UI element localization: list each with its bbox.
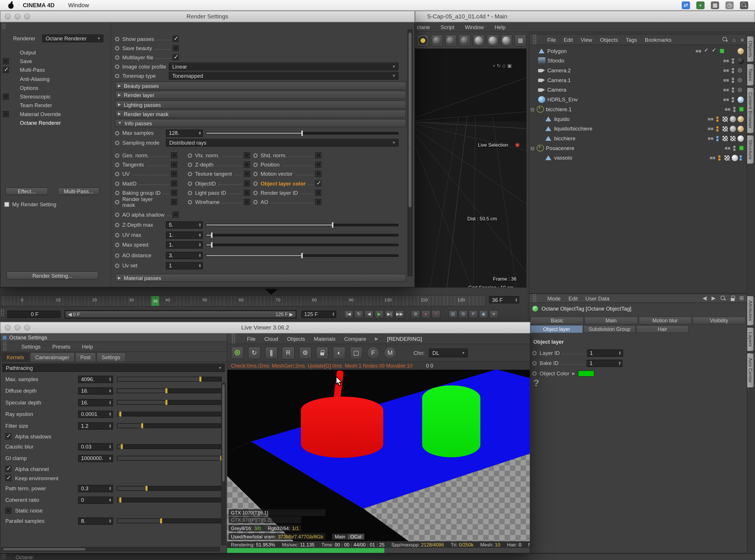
enable-checkbox[interactable] bbox=[3, 67, 8, 73]
group-info-passes[interactable]: ▼Info passes bbox=[115, 119, 406, 127]
sidebar-item-output[interactable]: Output bbox=[1, 48, 110, 57]
max-samples-field[interactable]: 128.▲▼ bbox=[166, 129, 203, 137]
menu-octane[interactable]: ctane bbox=[417, 24, 430, 30]
parallel-samples-slider[interactable] bbox=[117, 519, 222, 523]
panel-grip-icon[interactable] bbox=[2, 342, 7, 352]
hdri-tag-icon[interactable] bbox=[737, 96, 744, 103]
object-row[interactable]: Camera.1 bbox=[529, 75, 747, 85]
keyframe-circle-icon[interactable] bbox=[115, 46, 119, 50]
picture-region-button[interactable]: ▢ bbox=[350, 346, 363, 359]
render-settings-titlebar[interactable]: Render Settings bbox=[0, 11, 415, 22]
specular-depth-field[interactable]: 16.▲▼ bbox=[78, 399, 113, 406]
shd-norm-checkbox[interactable] bbox=[315, 153, 321, 158]
object-label[interactable]: Sfondo bbox=[547, 58, 564, 64]
sidebar-item-material-override[interactable]: Material Override bbox=[1, 110, 110, 118]
collapse-expander-icon[interactable]: ⊟ bbox=[530, 106, 536, 112]
panel-grid-icon[interactable]: ⊞ bbox=[739, 295, 744, 302]
enable-checkbox[interactable] bbox=[3, 58, 8, 64]
visibility-dots-icon[interactable] bbox=[732, 68, 734, 73]
object-label[interactable]: liquido/bicchiere bbox=[554, 126, 592, 132]
phong-tag-icon[interactable] bbox=[722, 135, 728, 141]
ao-distance-slider[interactable] bbox=[206, 254, 398, 256]
stepper-icon[interactable]: ▲▼ bbox=[617, 351, 621, 355]
uvw-tag-icon[interactable] bbox=[730, 135, 736, 141]
material-tag-icon[interactable] bbox=[730, 116, 736, 122]
panel-grip-icon[interactable] bbox=[1, 554, 6, 559]
check-tag-icon[interactable] bbox=[704, 48, 710, 54]
max-samples-slider[interactable] bbox=[206, 132, 398, 134]
object-row[interactable]: Camera bbox=[529, 85, 747, 95]
sidebar-item-stereoscopic[interactable]: Stereoscopic bbox=[1, 92, 110, 101]
object-row[interactable]: HDRLS_Env bbox=[529, 95, 747, 104]
tab-kernels[interactable]: Kernels bbox=[1, 352, 29, 361]
octane-tag-icon[interactable] bbox=[719, 49, 725, 54]
app-menu-cinema4d[interactable]: CINEMA 4D bbox=[23, 2, 55, 8]
stepper-icon[interactable]: ▲▼ bbox=[617, 361, 621, 365]
viewport[interactable]: + ↻ ◇ ▣ Live Selection ◉ Dist : 50.5 cm … bbox=[415, 49, 527, 292]
attr-menu-userdata[interactable]: User Data bbox=[586, 295, 609, 301]
layer-toggle-icon[interactable] bbox=[725, 108, 731, 110]
material-tag-icon[interactable] bbox=[737, 58, 744, 64]
tab-ocol-buffer[interactable]: OCol bbox=[348, 534, 365, 540]
render-settings-button[interactable] bbox=[459, 34, 471, 46]
lv-menu-objects[interactable]: Objects bbox=[287, 336, 305, 341]
tab-hair[interactable]: Hair bbox=[636, 325, 689, 333]
om-menu-objects[interactable]: Objects bbox=[600, 37, 618, 42]
texture-tag-icon[interactable] bbox=[737, 126, 744, 132]
object-label[interactable]: bicchiere bbox=[554, 135, 575, 141]
object-row[interactable]: liquido bbox=[529, 114, 747, 124]
lv-menu-compare[interactable]: Compare bbox=[344, 336, 366, 341]
vertical-scrollbar[interactable] bbox=[221, 383, 225, 545]
current-frame-marker[interactable]: 36 bbox=[151, 296, 159, 306]
uv-max-field[interactable]: 1.▲▼ bbox=[166, 231, 203, 239]
motion-vector-checkbox[interactable] bbox=[315, 171, 321, 177]
image-color-profile-dropdown[interactable]: Linear bbox=[169, 62, 398, 70]
keep-environment-checkbox[interactable] bbox=[5, 475, 11, 481]
octane-tag-icon[interactable] bbox=[739, 146, 744, 151]
position-checkbox[interactable] bbox=[315, 162, 321, 167]
ao-distance-field[interactable]: 3.▲▼ bbox=[166, 252, 203, 259]
material-tag-icon[interactable] bbox=[732, 155, 738, 161]
focus-picker-button[interactable]: F bbox=[367, 346, 380, 359]
go-to-end-button[interactable]: ▶▶ bbox=[395, 310, 404, 318]
keyframe-circle-icon[interactable] bbox=[115, 212, 119, 217]
my-render-setting-label[interactable]: My Render Setting bbox=[12, 201, 57, 207]
kernel-dropdown[interactable]: Pathtracing bbox=[2, 363, 225, 372]
home-icon[interactable]: ⌂ bbox=[733, 37, 736, 42]
object-label[interactable]: Camera.2 bbox=[547, 67, 571, 73]
range-end-spinner[interactable]: 125 F ▲▼ bbox=[301, 311, 336, 318]
coherent-ratio-field[interactable]: 0▲▼ bbox=[78, 496, 113, 503]
camera-tag-icon[interactable] bbox=[737, 77, 744, 83]
tab-takes[interactable]: Takes bbox=[747, 64, 754, 85]
phong-tag-icon[interactable] bbox=[724, 155, 730, 161]
material-tag-icon[interactable] bbox=[730, 126, 736, 132]
light-pass-id-checkbox[interactable] bbox=[244, 190, 250, 196]
object-label[interactable]: Polygon bbox=[547, 48, 567, 54]
lv-menu-file[interactable]: File bbox=[247, 336, 256, 341]
max-speed-slider[interactable] bbox=[206, 243, 398, 246]
keyframe-circle-icon[interactable] bbox=[532, 361, 537, 365]
visibility-dots-icon[interactable] bbox=[716, 136, 718, 141]
object-row[interactable]: ⊟ bicchiere.1 bbox=[529, 104, 747, 114]
layer-toggle-icon[interactable] bbox=[723, 98, 729, 101]
path-term-power-slider[interactable] bbox=[117, 486, 222, 491]
z-depth-checkbox[interactable] bbox=[244, 162, 250, 167]
sampling-mode-dropdown[interactable]: Distributed rays bbox=[166, 139, 398, 147]
tab-settings[interactable]: Settings bbox=[97, 352, 125, 361]
layer-toggle-icon[interactable] bbox=[725, 147, 731, 149]
om-menu-file[interactable]: File bbox=[547, 37, 556, 42]
octane-logo-icon[interactable]: ⊛ bbox=[231, 346, 244, 359]
tab-cameraimager[interactable]: CameraImager bbox=[30, 352, 75, 361]
menu-presets[interactable]: Presets bbox=[53, 344, 70, 349]
time-machine-icon[interactable]: ◷ bbox=[725, 1, 734, 9]
render-view-button[interactable] bbox=[417, 34, 429, 46]
om-menu-tags[interactable]: Tags bbox=[626, 37, 637, 42]
zdepth-max-field[interactable]: 5.▲▼ bbox=[166, 221, 203, 228]
tab-content-browser[interactable]: Content Browser bbox=[747, 88, 754, 133]
playhead-marker-icon[interactable] bbox=[264, 289, 278, 295]
octane-settings-header[interactable]: Octane Settings bbox=[1, 334, 227, 342]
tangents-checkbox[interactable] bbox=[171, 162, 177, 167]
lv-menu-cloud[interactable]: Cloud bbox=[264, 336, 278, 341]
lock-resolution-button[interactable] bbox=[316, 346, 329, 359]
max-speed-field[interactable]: 1.▲▼ bbox=[166, 241, 203, 248]
